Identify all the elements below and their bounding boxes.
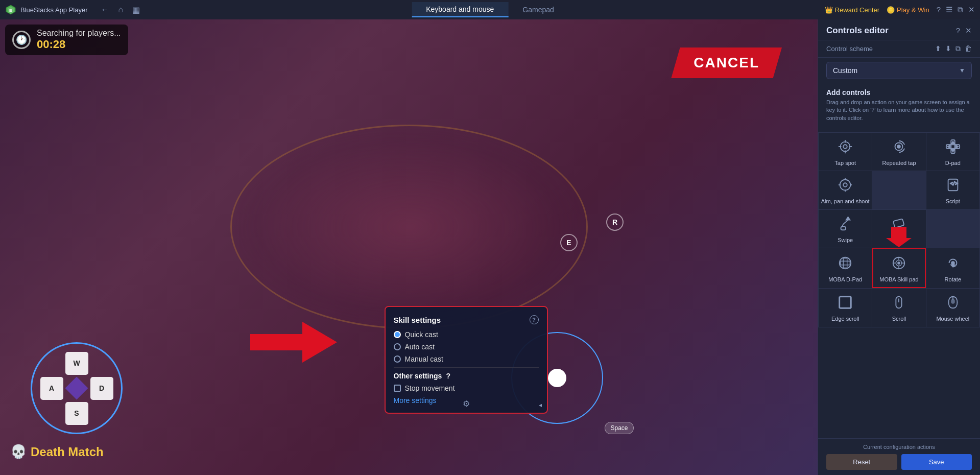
control-repeated-tap[interactable]: Repeated tap [872,133,925,171]
quick-cast-option[interactable]: Quick cast [394,330,539,339]
key-center [65,377,88,400]
scroll-icon [891,295,906,312]
copy-icon[interactable]: ⧉ [955,44,961,53]
svg-marker-14 [951,150,954,152]
svg-point-10 [898,145,901,148]
svg-rect-42 [840,297,851,308]
controls-header-icons: ? ✕ [956,26,972,35]
svg-rect-26 [841,226,846,230]
key-w[interactable]: W [65,352,88,375]
control-moba-dpad[interactable]: MOBA D-Pad [819,248,872,288]
svg-point-17 [840,180,851,191]
dpad-icon [945,139,961,156]
death-match-label: 💀 Death Match [10,444,104,460]
reset-button[interactable]: Reset [826,454,897,470]
add-controls-desc: Drag and drop an action on your game scr… [826,99,972,122]
aim-pan-label: Aim, pan and shoot [821,198,870,205]
menu-icon[interactable]: ☰ [946,5,952,14]
auto-cast-option[interactable]: Auto cast [394,343,539,351]
game-area: 🕐 Searching for players... 00:28 CANCEL … [0,19,818,475]
upload-icon[interactable]: ⬆ [935,44,941,53]
svg-marker-15 [948,145,950,148]
svg-rect-31 [841,261,850,265]
key-a[interactable]: A [40,377,63,400]
svg-point-3 [841,142,850,152]
searching-text: Searching for players... [37,29,121,38]
controls-header: Controls editor ? ✕ [818,19,980,40]
moba-dpad-icon [838,255,853,273]
app-name: BlueStacks App Player [20,6,88,14]
scheme-dropdown[interactable]: Custom ▼ [826,62,972,79]
svg-point-41 [951,262,954,265]
space-button[interactable]: Space [605,422,633,434]
action-buttons: Reset Save [826,454,972,470]
control-scroll[interactable]: Scroll [872,289,925,326]
download-icon[interactable]: ⬇ [945,44,951,53]
save-button[interactable]: Save [901,454,972,470]
multi-instance-button[interactable]: ▦ [129,4,143,16]
tab-bar: Keyboard and mouse Gamepad [412,2,568,17]
control-aim-pan[interactable]: Aim, pan and shoot [819,171,872,209]
control-scheme-row: Control scheme ⬆ ⬇ ⧉ 🗑 [818,40,980,58]
close-icon-panel[interactable]: ✕ [965,26,972,35]
manual-cast-option[interactable]: Manual cast [394,355,539,363]
close-icon[interactable]: ✕ [968,5,975,14]
svg-rect-27 [893,219,904,228]
dpad-circle: W A D S [31,342,123,434]
control-rotate[interactable]: Rotate [926,248,979,288]
edge-scroll-label: Edge scroll [831,315,859,322]
skill-divider [394,367,539,368]
home-button[interactable]: ⌂ [115,4,127,16]
title-bar-right: 👑 Reward Center 🪙 Play & Win ? ☰ ⧉ ✕ [825,5,975,14]
tab-keyboard-mouse[interactable]: Keyboard and mouse [412,2,508,17]
control-swipe[interactable]: Swipe [819,210,872,248]
key-e-button[interactable]: E [560,234,578,251]
config-actions-label: Current configuration actions [826,444,972,450]
svg-marker-32 [886,227,912,247]
dpad-label: D-pad [945,159,961,167]
control-blank1 [872,171,925,209]
red-arrow-left [250,322,337,363]
svg-point-4 [843,145,847,149]
control-moba-skill-pad[interactable]: MOBA Skill pad [872,248,925,288]
searching-bar: 🕐 Searching for players... 00:28 [5,25,128,55]
controls-panel: Controls editor ? ✕ Control scheme ⬆ ⬇ ⧉… [818,19,980,475]
main-content: 🕐 Searching for players... 00:28 CANCEL … [0,19,980,475]
gear-icon-popup[interactable]: ⚙ [463,399,470,409]
radio-auto-cast[interactable] [394,343,401,350]
help-icon[interactable]: ? [937,5,941,14]
radio-manual-cast[interactable] [394,355,401,363]
help-icon-popup[interactable]: ? [530,315,539,324]
control-edge-scroll[interactable]: Edge scroll [819,289,872,326]
delete-icon[interactable]: 🗑 [965,44,972,53]
back-button[interactable]: ← [98,4,112,16]
stop-movement-option[interactable]: Stop movement [394,384,539,392]
help-icon-other[interactable]: ? [446,372,450,380]
skill-settings-title: Skill settings ? [394,315,539,324]
radio-quick-cast[interactable] [394,331,401,338]
key-s[interactable]: S [65,402,88,425]
help-icon-panel[interactable]: ? [956,26,960,35]
control-tap-spot[interactable]: Tap spot [819,133,872,171]
dropdown-arrow-icon: ▼ [959,67,965,74]
controls-title: Controls editor [826,26,889,36]
checkbox-stop-movement[interactable] [394,385,401,392]
cancel-button[interactable]: CANCEL [671,48,782,78]
skill-popup: Skill settings ? Quick cast Auto cast Ma… [385,306,548,414]
control-dpad[interactable]: D-pad [926,133,979,171]
moba-skill-label: MOBA Skill pad [879,276,918,283]
dpad-keys: W A D S [40,352,113,425]
tab-gamepad[interactable]: Gamepad [508,2,568,17]
dpad-container: W A D S [31,342,123,434]
scheme-name: Custom [833,66,857,75]
play-win[interactable]: 🪙 Play & Win [887,6,929,14]
scheme-actions: ⬆ ⬇ ⧉ 🗑 [935,44,972,53]
control-script[interactable]: </> Script [926,171,979,209]
scheme-label: Control scheme [826,45,873,53]
key-d[interactable]: D [90,377,113,400]
key-r-button[interactable]: R [606,213,624,231]
control-mouse-wheel[interactable]: Mouse wheel [926,289,979,326]
restore-icon[interactable]: ⧉ [958,5,963,14]
reward-center[interactable]: 👑 Reward Center [825,6,879,14]
moba-skill-icon [891,255,906,273]
